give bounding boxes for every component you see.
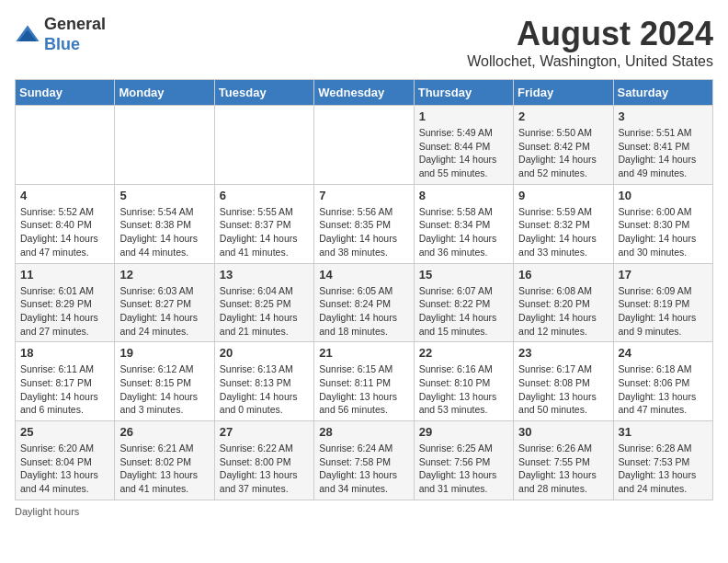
day-info: Sunrise: 5:49 AM Sunset: 8:44 PM Dayligh… xyxy=(419,126,508,180)
month-title: August 2024 xyxy=(467,15,713,53)
day-info: Sunrise: 5:52 AM Sunset: 8:40 PM Dayligh… xyxy=(20,205,109,259)
day-info: Sunrise: 6:26 AM Sunset: 7:55 PM Dayligh… xyxy=(518,442,608,496)
day-number: 17 xyxy=(619,268,708,282)
day-info: Sunrise: 6:00 AM Sunset: 8:30 PM Dayligh… xyxy=(619,205,708,259)
calendar-cell: 29Sunrise: 6:25 AM Sunset: 7:56 PM Dayli… xyxy=(414,421,513,500)
day-number: 10 xyxy=(619,189,708,202)
weekday-header: Friday xyxy=(514,80,613,106)
day-info: Sunrise: 6:08 AM Sunset: 8:20 PM Dayligh… xyxy=(518,284,608,339)
calendar-cell xyxy=(115,106,214,185)
weekday-header: Sunday xyxy=(16,80,115,106)
day-number: 2 xyxy=(518,109,608,123)
day-number: 4 xyxy=(20,189,109,202)
weekday-header: Tuesday xyxy=(214,80,313,106)
day-number: 26 xyxy=(119,425,209,439)
calendar-week-row: 11Sunrise: 6:01 AM Sunset: 8:29 PM Dayli… xyxy=(16,263,713,342)
day-info: Sunrise: 5:55 AM Sunset: 8:37 PM Dayligh… xyxy=(220,205,309,259)
day-info: Sunrise: 6:22 AM Sunset: 8:00 PM Dayligh… xyxy=(220,442,309,496)
day-info: Sunrise: 6:09 AM Sunset: 8:19 PM Dayligh… xyxy=(619,284,708,339)
day-number: 11 xyxy=(20,268,109,282)
calendar-cell: 14Sunrise: 6:05 AM Sunset: 8:24 PM Dayli… xyxy=(314,263,414,342)
day-number: 22 xyxy=(419,346,508,360)
day-number: 21 xyxy=(319,346,408,360)
calendar-cell: 9Sunrise: 5:59 AM Sunset: 8:32 PM Daylig… xyxy=(514,184,613,263)
day-info: Sunrise: 6:03 AM Sunset: 8:27 PM Dayligh… xyxy=(119,284,209,339)
calendar-cell: 25Sunrise: 6:20 AM Sunset: 8:04 PM Dayli… xyxy=(16,421,115,500)
day-number: 9 xyxy=(518,189,608,202)
day-info: Sunrise: 6:20 AM Sunset: 8:04 PM Dayligh… xyxy=(20,442,109,496)
calendar-cell: 16Sunrise: 6:08 AM Sunset: 8:20 PM Dayli… xyxy=(514,263,613,342)
day-number: 25 xyxy=(20,425,109,439)
calendar-cell: 15Sunrise: 6:07 AM Sunset: 8:22 PM Dayli… xyxy=(414,263,513,342)
day-number: 8 xyxy=(419,189,508,202)
day-number: 30 xyxy=(518,425,608,439)
calendar: SundayMondayTuesdayWednesdayThursdayFrid… xyxy=(15,79,713,500)
calendar-cell: 20Sunrise: 6:13 AM Sunset: 8:13 PM Dayli… xyxy=(214,342,313,421)
calendar-cell xyxy=(214,106,313,185)
day-info: Sunrise: 6:07 AM Sunset: 8:22 PM Dayligh… xyxy=(419,284,508,339)
day-info: Sunrise: 6:15 AM Sunset: 8:11 PM Dayligh… xyxy=(319,362,408,417)
calendar-cell: 1Sunrise: 5:49 AM Sunset: 8:44 PM Daylig… xyxy=(414,106,513,185)
calendar-cell: 13Sunrise: 6:04 AM Sunset: 8:25 PM Dayli… xyxy=(214,263,313,342)
day-number: 28 xyxy=(319,425,408,439)
calendar-cell: 6Sunrise: 5:55 AM Sunset: 8:37 PM Daylig… xyxy=(214,184,313,263)
day-number: 3 xyxy=(619,109,708,123)
day-info: Sunrise: 5:56 AM Sunset: 8:35 PM Dayligh… xyxy=(319,205,408,259)
day-info: Sunrise: 6:21 AM Sunset: 8:02 PM Dayligh… xyxy=(119,442,209,496)
day-number: 1 xyxy=(419,109,508,123)
calendar-cell: 19Sunrise: 6:12 AM Sunset: 8:15 PM Dayli… xyxy=(115,342,214,421)
calendar-cell: 22Sunrise: 6:16 AM Sunset: 8:10 PM Dayli… xyxy=(414,342,513,421)
calendar-cell: 11Sunrise: 6:01 AM Sunset: 8:29 PM Dayli… xyxy=(16,263,115,342)
calendar-header-row: SundayMondayTuesdayWednesdayThursdayFrid… xyxy=(16,80,713,106)
day-number: 12 xyxy=(119,268,209,282)
day-info: Sunrise: 5:59 AM Sunset: 8:32 PM Dayligh… xyxy=(518,205,608,259)
day-number: 20 xyxy=(220,346,309,360)
day-number: 5 xyxy=(119,189,209,202)
calendar-cell xyxy=(314,106,414,185)
day-info: Sunrise: 5:58 AM Sunset: 8:34 PM Dayligh… xyxy=(419,205,508,259)
day-number: 27 xyxy=(220,425,309,439)
day-info: Sunrise: 6:25 AM Sunset: 7:56 PM Dayligh… xyxy=(419,442,508,496)
day-number: 18 xyxy=(20,346,109,360)
day-info: Sunrise: 6:05 AM Sunset: 8:24 PM Dayligh… xyxy=(319,284,408,339)
logo-icon xyxy=(15,22,40,48)
calendar-cell: 18Sunrise: 6:11 AM Sunset: 8:17 PM Dayli… xyxy=(16,342,115,421)
day-number: 6 xyxy=(220,189,309,202)
day-number: 16 xyxy=(518,268,608,282)
day-info: Sunrise: 6:17 AM Sunset: 8:08 PM Dayligh… xyxy=(518,362,608,417)
calendar-week-row: 1Sunrise: 5:49 AM Sunset: 8:44 PM Daylig… xyxy=(16,106,713,185)
calendar-cell: 3Sunrise: 5:51 AM Sunset: 8:41 PM Daylig… xyxy=(613,106,712,185)
day-number: 19 xyxy=(119,346,209,360)
calendar-cell: 28Sunrise: 6:24 AM Sunset: 7:58 PM Dayli… xyxy=(314,421,414,500)
location-title: Wollochet, Washington, United States xyxy=(467,53,713,70)
day-info: Sunrise: 5:50 AM Sunset: 8:42 PM Dayligh… xyxy=(518,126,608,180)
calendar-cell: 10Sunrise: 6:00 AM Sunset: 8:30 PM Dayli… xyxy=(613,184,712,263)
calendar-cell: 12Sunrise: 6:03 AM Sunset: 8:27 PM Dayli… xyxy=(115,263,214,342)
calendar-cell: 23Sunrise: 6:17 AM Sunset: 8:08 PM Dayli… xyxy=(514,342,613,421)
calendar-week-row: 18Sunrise: 6:11 AM Sunset: 8:17 PM Dayli… xyxy=(16,342,713,421)
calendar-cell: 4Sunrise: 5:52 AM Sunset: 8:40 PM Daylig… xyxy=(16,184,115,263)
calendar-cell: 17Sunrise: 6:09 AM Sunset: 8:19 PM Dayli… xyxy=(613,263,712,342)
footer-note: Daylight hours xyxy=(15,506,713,517)
day-number: 23 xyxy=(518,346,608,360)
weekday-header: Thursday xyxy=(414,80,513,106)
day-info: Sunrise: 6:11 AM Sunset: 8:17 PM Dayligh… xyxy=(20,362,109,417)
calendar-cell: 8Sunrise: 5:58 AM Sunset: 8:34 PM Daylig… xyxy=(414,184,513,263)
calendar-cell: 2Sunrise: 5:50 AM Sunset: 8:42 PM Daylig… xyxy=(514,106,613,185)
day-info: Sunrise: 6:28 AM Sunset: 7:53 PM Dayligh… xyxy=(619,442,708,496)
day-info: Sunrise: 6:18 AM Sunset: 8:06 PM Dayligh… xyxy=(619,362,708,417)
header: General Blue August 2024 Wollochet, Wash… xyxy=(15,15,713,70)
day-number: 14 xyxy=(319,268,408,282)
logo-line1: General xyxy=(44,15,106,35)
weekday-header: Saturday xyxy=(613,80,712,106)
calendar-cell: 26Sunrise: 6:21 AM Sunset: 8:02 PM Dayli… xyxy=(115,421,214,500)
day-number: 15 xyxy=(419,268,508,282)
weekday-header: Monday xyxy=(115,80,214,106)
day-info: Sunrise: 5:54 AM Sunset: 8:38 PM Dayligh… xyxy=(119,205,209,259)
calendar-cell xyxy=(16,106,115,185)
calendar-cell: 21Sunrise: 6:15 AM Sunset: 8:11 PM Dayli… xyxy=(314,342,414,421)
day-info: Sunrise: 6:04 AM Sunset: 8:25 PM Dayligh… xyxy=(220,284,309,339)
day-info: Sunrise: 6:24 AM Sunset: 7:58 PM Dayligh… xyxy=(319,442,408,496)
day-info: Sunrise: 6:12 AM Sunset: 8:15 PM Dayligh… xyxy=(119,362,209,417)
calendar-cell: 7Sunrise: 5:56 AM Sunset: 8:35 PM Daylig… xyxy=(314,184,414,263)
